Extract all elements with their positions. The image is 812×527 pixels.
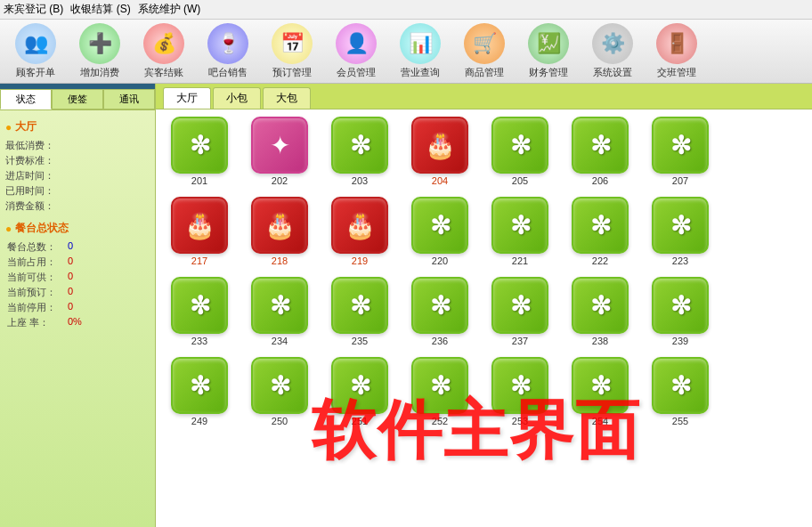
- table-icon-234[interactable]: ✼: [251, 277, 308, 334]
- table-icon-237[interactable]: ✼: [491, 277, 548, 334]
- area-tabs: 大厅 小包 大包: [156, 84, 812, 109]
- table-icon-218[interactable]: 🎂: [251, 197, 308, 254]
- table-num-234: 234: [272, 336, 288, 346]
- info-section: 大厅 最低消费： 计费标准： 进店时间： 已用时间： 消费金额：: [0, 110, 155, 527]
- table-cell-250: ✼250: [243, 357, 316, 426]
- table-icon-255[interactable]: ✼: [652, 357, 709, 414]
- toolbar: 👥顾客开单➕增加消费💰宾客结账🍷吧台销售📅预订管理👤会员管理📊营业查询🛒商品管理…: [0, 20, 812, 84]
- area-tab-small[interactable]: 小包: [213, 87, 261, 109]
- tab-status[interactable]: 状态: [0, 89, 52, 109]
- business-icon: 📊: [400, 23, 441, 64]
- checkout-label: 宾客结账: [144, 66, 183, 79]
- table-cell-218: 🎂218: [243, 197, 316, 266]
- tab-notes[interactable]: 便签: [52, 89, 103, 109]
- table-icon-206[interactable]: ✼: [572, 117, 629, 174]
- toolbar-btn-guest-open[interactable]: 👥顾客开单: [7, 23, 64, 79]
- table-icon-223[interactable]: ✼: [652, 197, 709, 254]
- finance-icon: 💹: [528, 23, 569, 64]
- toolbar-btn-system[interactable]: ⚙️系统设置: [584, 23, 641, 79]
- finance-label: 财务管理: [529, 66, 568, 79]
- table-num-206: 206: [592, 175, 608, 186]
- table-icon-239[interactable]: ✼: [652, 277, 709, 334]
- menu-bar: 来宾登记 (B) 收银结算 (S) 系统维护 (W): [0, 0, 812, 20]
- info-checkin: 进店时间：: [5, 168, 150, 183]
- exchange-label: 交班管理: [657, 66, 696, 79]
- table-icon-201[interactable]: ✼: [171, 117, 228, 174]
- menu-system[interactable]: 系统维护 (W): [138, 2, 201, 17]
- table-cell-233: ✼233: [163, 277, 236, 346]
- table-cell-235: ✼235: [323, 277, 396, 346]
- table-num-255: 255: [672, 416, 688, 426]
- table-icon-249[interactable]: ✼: [171, 357, 228, 414]
- table-cell-207: ✼207: [644, 117, 717, 186]
- toolbar-btn-finance[interactable]: 💹财务管理: [520, 23, 577, 79]
- table-icon-233[interactable]: ✼: [171, 277, 228, 334]
- table-icon-238[interactable]: ✼: [572, 277, 629, 334]
- left-tabs: 状态 便签 通讯: [0, 89, 155, 110]
- table-icon-222[interactable]: ✼: [572, 197, 629, 254]
- table-icon-220[interactable]: ✼: [411, 197, 468, 254]
- table-icon-235[interactable]: ✼: [331, 277, 388, 334]
- tab-comms[interactable]: 通讯: [103, 89, 155, 109]
- table-row-3: ✼249✼250✼251✼252✼253✼254✼255: [163, 357, 805, 426]
- table-cell-217: 🎂217: [163, 197, 236, 266]
- section-hall: 大厅: [5, 119, 150, 134]
- toolbar-btn-exchange[interactable]: 🚪交班管理: [648, 23, 705, 79]
- table-cell-206: ✼206: [564, 117, 637, 186]
- table-cell-254: ✼254: [564, 357, 637, 426]
- area-tab-large[interactable]: 大包: [263, 87, 311, 109]
- toolbar-btn-business[interactable]: 📊营业查询: [392, 23, 449, 79]
- table-icon-203[interactable]: ✼: [331, 117, 388, 174]
- table-icon-205[interactable]: ✼: [491, 117, 548, 174]
- table-icon-254[interactable]: ✼: [572, 357, 629, 414]
- table-icon-202[interactable]: ✦: [251, 117, 308, 174]
- guest-open-label: 顾客开单: [16, 66, 55, 79]
- menu-cashier[interactable]: 收银结算 (S): [70, 2, 130, 17]
- table-cell-202: ✦202: [243, 117, 316, 186]
- table-row-1: 🎂217🎂218🎂219✼220✼221✼222✼223: [163, 197, 805, 266]
- table-cell-234: ✼234: [243, 277, 316, 346]
- toolbar-btn-checkout[interactable]: 💰宾客结账: [135, 23, 192, 79]
- table-icon-236[interactable]: ✼: [411, 277, 468, 334]
- table-cell-236: ✼236: [403, 277, 476, 346]
- member-icon: 👤: [336, 23, 377, 64]
- table-num-219: 219: [352, 255, 368, 266]
- table-cell-237: ✼237: [483, 277, 556, 346]
- table-cell-238: ✼238: [564, 277, 637, 346]
- tables-area: ✼201✦202✼203🎂204✼205✼206✼207🎂217🎂218🎂219…: [156, 109, 812, 527]
- table-icon-217[interactable]: 🎂: [171, 197, 228, 254]
- menu-guest[interactable]: 来宾登记 (B): [4, 2, 63, 17]
- toolbar-btn-member[interactable]: 👤会员管理: [328, 23, 385, 79]
- table-icon-221[interactable]: ✼: [491, 197, 548, 254]
- toolbar-btn-reservation[interactable]: 📅预订管理: [264, 23, 321, 79]
- toolbar-btn-goods[interactable]: 🛒商品管理: [456, 23, 513, 79]
- table-row-2: ✼233✼234✼235✼236✼237✼238✼239: [163, 277, 805, 346]
- main-layout: 状态 便签 通讯 大厅 最低消费： 计费标准： 进店时间： 已用时间：: [0, 84, 812, 527]
- table-num-217: 217: [191, 255, 207, 266]
- area-tab-hall[interactable]: 大厅: [163, 87, 211, 109]
- table-icon-219[interactable]: 🎂: [331, 197, 388, 254]
- goods-icon: 🛒: [464, 23, 505, 64]
- table-num-254: 254: [592, 416, 608, 426]
- status-section: 餐台总状态 餐台总数： 0 当前占用： 0 当前可供： 0 当前预订： 0: [5, 221, 150, 330]
- status-title: 餐台总状态: [5, 221, 150, 236]
- table-cell-203: ✼203: [323, 117, 396, 186]
- table-icon-250[interactable]: ✼: [251, 357, 308, 414]
- info-amount: 消费金额：: [5, 199, 150, 214]
- info-billing: 计费标准：: [5, 153, 150, 168]
- table-num-236: 236: [432, 336, 448, 346]
- table-icon-253[interactable]: ✼: [491, 357, 548, 414]
- table-icon-252[interactable]: ✼: [411, 357, 468, 414]
- table-icon-251[interactable]: ✼: [331, 357, 388, 414]
- table-num-222: 222: [592, 255, 608, 266]
- toolbar-btn-add-consume[interactable]: ➕增加消费: [71, 23, 128, 79]
- table-row-0: ✼201✦202✼203🎂204✼205✼206✼207: [163, 117, 805, 186]
- table-cell-252: ✼252: [403, 357, 476, 426]
- occupancy-rate: 上座 率： 0%: [5, 315, 150, 330]
- table-cell-219: 🎂219: [323, 197, 396, 266]
- toolbar-btn-bar-sell[interactable]: 🍷吧台销售: [199, 23, 256, 79]
- table-icon-204[interactable]: 🎂: [411, 117, 468, 174]
- add-consume-label: 增加消费: [80, 66, 119, 79]
- table-num-202: 202: [272, 175, 288, 186]
- table-icon-207[interactable]: ✼: [652, 117, 709, 174]
